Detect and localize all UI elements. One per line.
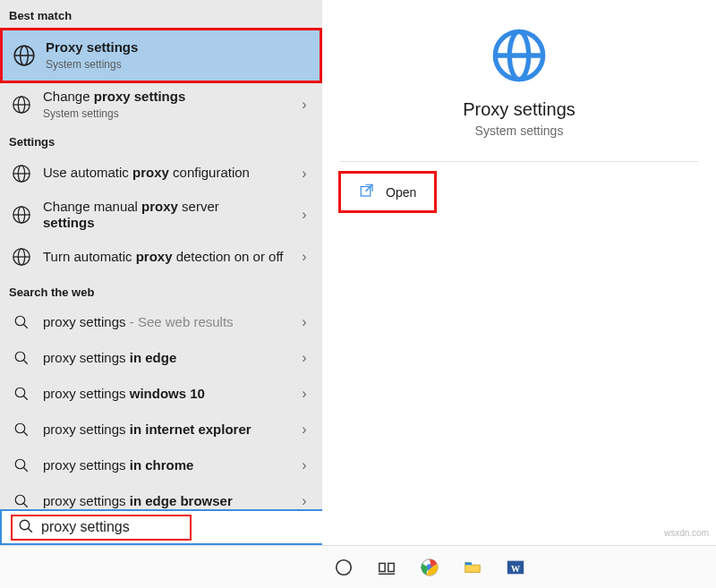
result-web-4[interactable]: proxy settings in chrome › (0, 447, 322, 483)
svg-point-15 (15, 316, 25, 326)
result-title: proxy settings in edge browser (43, 493, 286, 510)
chevron-right-icon: › (295, 493, 313, 509)
globe-icon (9, 205, 34, 225)
svg-point-19 (15, 388, 25, 397)
result-title: Turn automatic proxy detection on or off (43, 249, 286, 266)
chevron-right-icon: › (295, 314, 313, 330)
watermark: wsxdn.com (664, 528, 709, 538)
result-title: proxy settings - See web results (43, 314, 286, 331)
search-icon (9, 314, 34, 330)
svg-point-32 (20, 520, 30, 530)
result-subtitle: System settings (43, 107, 286, 121)
divider (340, 161, 698, 162)
svg-point-23 (15, 459, 25, 469)
result-web-0[interactable]: proxy settings - See web results › (0, 304, 322, 340)
search-icon (18, 518, 34, 537)
svg-line-31 (366, 184, 373, 192)
chevron-right-icon: › (295, 350, 313, 366)
result-web-1[interactable]: proxy settings in edge › (0, 340, 322, 376)
task-view-icon[interactable] (374, 555, 399, 580)
result-web-2[interactable]: proxy settings windows 10 › (0, 376, 322, 412)
svg-point-25 (15, 495, 25, 505)
globe-icon (490, 27, 548, 87)
svg-point-17 (15, 352, 25, 362)
result-subtitle: System settings (46, 58, 311, 72)
result-change-proxy-settings[interactable]: Change proxy settings System settings › (0, 83, 322, 126)
svg-rect-40 (465, 562, 472, 565)
search-icon (9, 493, 34, 509)
chevron-right-icon: › (295, 166, 313, 182)
chevron-right-icon: › (295, 422, 313, 438)
result-title: Change proxy settings (43, 89, 286, 106)
chevron-right-icon: › (295, 97, 313, 113)
file-explorer-icon[interactable] (460, 555, 485, 580)
svg-point-21 (15, 423, 25, 433)
section-header-best-match: Best match (0, 0, 322, 28)
cortana-icon[interactable] (331, 555, 356, 580)
svg-line-26 (23, 503, 28, 507)
result-best-match[interactable]: Proxy settings System settings (0, 28, 322, 83)
result-web-3[interactable]: proxy settings in internet explorer › (0, 412, 322, 447)
result-settings-auto-config[interactable]: Use automatic proxy configuration › (0, 154, 322, 193)
svg-line-33 (28, 528, 32, 533)
section-header-web: Search the web (0, 277, 322, 304)
detail-subtitle: System settings (475, 124, 564, 138)
section-header-settings: Settings (0, 126, 322, 154)
detail-title: Proxy settings (463, 99, 575, 120)
chevron-right-icon: › (295, 457, 313, 473)
globe-icon (9, 164, 34, 183)
result-title: Use automatic proxy configuration (43, 165, 286, 182)
globe-icon (9, 95, 34, 115)
search-bar[interactable] (0, 509, 322, 545)
svg-line-18 (23, 360, 28, 364)
result-title: proxy settings in chrome (43, 457, 286, 474)
result-title: Change manual proxy server settings (43, 199, 286, 233)
word-icon[interactable]: W (503, 555, 528, 580)
result-title: proxy settings windows 10 (43, 386, 286, 403)
search-icon (9, 386, 34, 402)
svg-rect-36 (388, 563, 394, 571)
search-icon (9, 457, 34, 473)
chevron-right-icon: › (295, 249, 313, 265)
result-settings-manual-proxy[interactable]: Change manual proxy server settings › (0, 193, 322, 238)
taskbar: W (0, 545, 716, 588)
svg-line-20 (23, 396, 28, 400)
open-icon (359, 183, 375, 201)
search-icon (9, 350, 34, 366)
chevron-right-icon: › (295, 386, 313, 402)
open-button[interactable]: Open (338, 171, 437, 213)
search-icon (9, 422, 34, 438)
svg-rect-35 (379, 563, 385, 571)
search-results-panel: Best match Proxy settings System setting… (0, 0, 322, 545)
svg-line-22 (23, 431, 28, 436)
detail-panel: Proxy settings System settings Open (322, 0, 716, 545)
svg-line-16 (23, 324, 28, 328)
chevron-right-icon: › (295, 207, 313, 223)
globe-icon (9, 247, 34, 267)
svg-line-24 (23, 467, 28, 472)
result-title: Proxy settings (46, 39, 311, 56)
search-input[interactable] (41, 519, 184, 535)
result-title: proxy settings in internet explorer (43, 422, 286, 439)
svg-point-34 (337, 559, 352, 575)
open-label: Open (386, 185, 416, 200)
chrome-icon[interactable] (417, 555, 442, 580)
svg-text:W: W (511, 563, 520, 573)
result-title: proxy settings in edge (43, 350, 286, 367)
globe-icon (12, 44, 37, 67)
result-settings-auto-detection[interactable]: Turn automatic proxy detection on or off… (0, 237, 322, 277)
